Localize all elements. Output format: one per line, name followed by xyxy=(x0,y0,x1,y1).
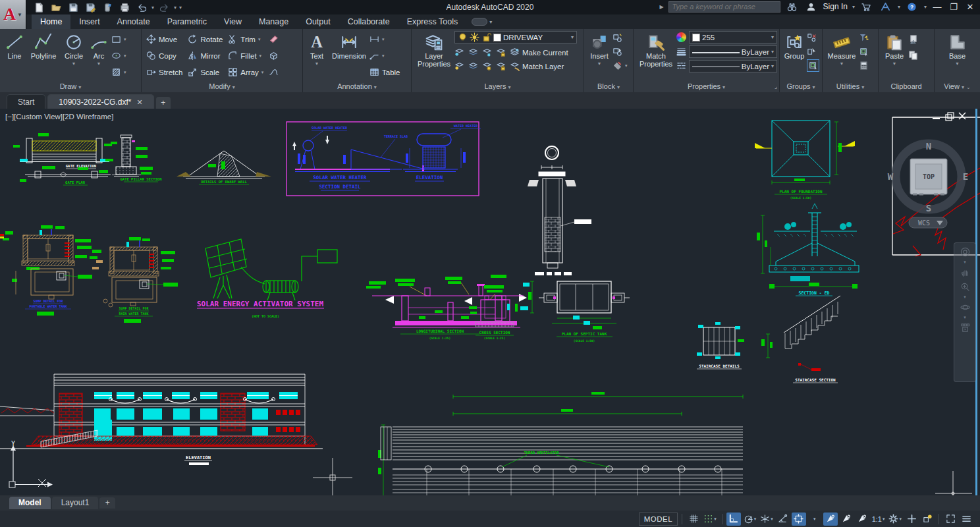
ungroup-tool[interactable] xyxy=(807,33,819,43)
redo-dropdown[interactable]: ▾ xyxy=(174,5,177,11)
drawing-canvas[interactable]: [−][Custom View][2D Wireframe] xyxy=(0,109,980,495)
chevron-down-icon[interactable]: ▾ xyxy=(964,317,966,318)
panel-label-annotation[interactable]: Annotation ▾ xyxy=(303,82,411,92)
help-icon[interactable]: ? xyxy=(905,1,919,13)
line-tool[interactable]: Line xyxy=(2,31,27,60)
copy-tool[interactable]: Copy xyxy=(146,51,182,61)
viewport-controls[interactable]: [−][Custom View][2D Wireframe] xyxy=(5,113,113,121)
save-button[interactable] xyxy=(66,1,80,13)
make-current-button[interactable]: Make Current xyxy=(510,47,582,57)
panel-label-properties[interactable]: Properties ▾⌟ xyxy=(634,82,779,92)
file-tab-start[interactable]: Start xyxy=(7,94,45,109)
ribbon-display-toggle[interactable]: ▾ xyxy=(472,14,492,29)
undo-button[interactable] xyxy=(134,1,149,13)
close-icon[interactable]: ✕ xyxy=(136,95,142,109)
panel-label-groups[interactable]: Groups ▾ xyxy=(780,82,822,92)
annotation-scale-icon-button[interactable] xyxy=(855,513,869,526)
lineweight-select[interactable]: ByLayer▾ xyxy=(689,45,777,58)
linetype-select[interactable]: ByLayer▾ xyxy=(689,60,777,72)
tab-model[interactable]: Model xyxy=(9,497,51,509)
tab-output[interactable]: Output xyxy=(297,14,339,29)
tab-layout1[interactable]: Layout1 xyxy=(52,497,99,509)
compass-south[interactable]: S xyxy=(926,203,931,213)
clean-screen-button[interactable] xyxy=(943,513,958,526)
restore-button[interactable]: ❐ xyxy=(948,2,960,12)
panel-label-modify[interactable]: Modify ▾ xyxy=(142,82,302,92)
edit-attributes-tool[interactable]: ▾ xyxy=(612,61,628,70)
layer-freeze-tool[interactable] xyxy=(482,47,494,57)
tab-insert[interactable]: Insert xyxy=(70,14,108,29)
model-space-toggle[interactable]: MODEL xyxy=(639,513,678,526)
object-snap-tracking-toggle[interactable] xyxy=(776,513,790,526)
wcs-selector[interactable]: WCS xyxy=(909,217,947,228)
group-edit-tool[interactable] xyxy=(807,47,819,57)
share-button[interactable] xyxy=(100,1,115,13)
polyline-tool[interactable]: Polyline xyxy=(27,31,60,60)
steering-wheel-icon[interactable] xyxy=(960,247,970,257)
undo-dropdown[interactable]: ▾ xyxy=(151,5,154,11)
close-button[interactable]: ✕ xyxy=(964,2,976,12)
plot-button[interactable] xyxy=(117,1,132,13)
explode-tool[interactable] xyxy=(269,51,282,61)
open-file-button[interactable] xyxy=(49,1,63,13)
tab-annotate[interactable]: Annotate xyxy=(109,14,159,29)
new-drawing-tab-button[interactable]: + xyxy=(156,97,171,109)
annotation-monitor-button[interactable] xyxy=(904,513,919,526)
grid-toggle[interactable] xyxy=(686,513,701,526)
tab-collaborate[interactable]: Collaborate xyxy=(339,14,398,29)
zoom-icon[interactable] xyxy=(960,282,970,292)
object-color-select[interactable]: 255▾ xyxy=(689,31,777,43)
panel-label-utilities[interactable]: Utilities ▾ xyxy=(823,82,878,92)
annotation-autoscale-toggle[interactable] xyxy=(839,513,854,526)
scale-tool[interactable]: Scale xyxy=(188,67,223,77)
id-point-tool[interactable] xyxy=(859,61,869,70)
panel-label-view[interactable]: View ▾ ⌄ xyxy=(935,82,980,92)
base-view-button[interactable]: Base▼ xyxy=(943,31,972,68)
panel-expander-icon[interactable]: ⌟ xyxy=(775,82,777,92)
paste-button[interactable]: Paste▼ xyxy=(881,31,908,68)
panel-label-draw[interactable]: Draw ▾ xyxy=(0,82,141,92)
search-icon[interactable] xyxy=(785,1,800,13)
viewport-restore-icon[interactable] xyxy=(946,113,954,121)
viewport-close-icon[interactable] xyxy=(959,113,966,119)
measure-button[interactable]: Measure▼ xyxy=(825,31,859,68)
rectangle-tool[interactable]: ▾ xyxy=(111,34,126,44)
panel-label-block[interactable]: Block ▾ xyxy=(584,82,633,92)
isolate-objects-button[interactable] xyxy=(920,513,935,526)
hatch-tool[interactable]: ▾ xyxy=(111,67,126,77)
ortho-toggle[interactable] xyxy=(726,513,741,526)
quick-select-tool[interactable] xyxy=(859,33,869,43)
autodesk-dropdown[interactable]: ▾ xyxy=(898,4,900,10)
navigation-bar[interactable]: ▾ ▾ ▾ xyxy=(954,242,976,382)
array-tool[interactable]: Array▾ xyxy=(228,67,263,77)
autodesk-account-icon[interactable] xyxy=(879,1,893,13)
orbit-icon[interactable] xyxy=(960,302,970,312)
object-snap-toggle[interactable] xyxy=(792,513,806,526)
layer-unlock-tool[interactable] xyxy=(496,61,508,71)
tab-home[interactable]: Home xyxy=(32,14,70,29)
insert-block-button[interactable]: Insert▼ xyxy=(586,31,612,68)
view-cube-top-face[interactable]: TOP xyxy=(923,173,935,180)
leader-tool[interactable]: ▾ xyxy=(369,51,400,61)
tab-manage[interactable]: Manage xyxy=(250,14,297,29)
annotation-visibility-toggle[interactable] xyxy=(823,513,838,526)
layer-off-tool[interactable] xyxy=(454,47,466,57)
object-snap-dropdown[interactable]: ▾ xyxy=(807,513,822,526)
viewport-window-controls[interactable] xyxy=(933,113,966,121)
circle-tool[interactable]: Circle▼ xyxy=(60,31,88,68)
edit-block-tool[interactable] xyxy=(612,47,628,57)
minimize-button[interactable]: — xyxy=(931,2,943,12)
tab-parametric[interactable]: Parametric xyxy=(159,14,215,29)
view-cube[interactable]: N S W E TOP xyxy=(888,141,968,213)
help-dropdown[interactable]: ▾ xyxy=(924,4,927,10)
redo-button[interactable] xyxy=(157,1,171,13)
panel-label-layers[interactable]: Layers ▾ xyxy=(412,82,584,92)
table-tool[interactable]: Table xyxy=(369,67,400,77)
dimension-tool[interactable]: Dimension xyxy=(329,31,369,60)
group-selection-toggle[interactable] xyxy=(807,59,819,72)
layer-lock-tool[interactable] xyxy=(496,47,508,57)
compass-north[interactable]: N xyxy=(926,141,931,152)
search-input[interactable] xyxy=(668,1,780,13)
app-store-icon[interactable] xyxy=(859,1,874,13)
qat-customize-button[interactable]: ▾ xyxy=(179,5,182,11)
